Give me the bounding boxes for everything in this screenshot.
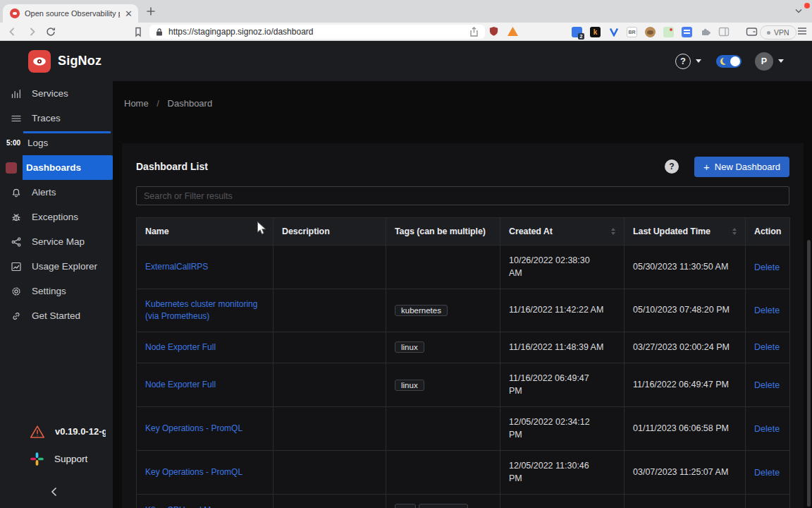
dashboard-name-link[interactable]: Key Operations - PromQL <box>145 423 242 433</box>
app-version: v0.19.0-12-ge <box>55 426 106 437</box>
action-cell: Delete <box>746 407 790 451</box>
browser-menu-icon[interactable] <box>797 27 807 35</box>
table-header-row: NameDescriptionTags (can be multiple)Cre… <box>137 218 790 246</box>
tags-cell: linux <box>386 363 500 407</box>
sidebar-item-services[interactable]: Services <box>0 81 113 106</box>
padlock-icon[interactable] <box>155 28 164 37</box>
delete-link[interactable]: Delete <box>754 262 780 272</box>
sidebar-collapse-button[interactable] <box>0 480 113 504</box>
support-row[interactable]: Support <box>0 445 113 473</box>
v-extension-icon[interactable] <box>608 26 620 38</box>
signoz-app: SigNoz ? P ServicesTraces5:00LogsDashboa… <box>0 41 812 508</box>
dashboard-list-card: Dashboard List ? + New Dashboard <box>122 143 804 508</box>
tags-cell: kubernetes <box>386 289 500 332</box>
tab-counter-extension-icon[interactable]: 2 <box>571 26 583 38</box>
help-menu-button[interactable]: ? <box>675 54 691 69</box>
green-extension-icon[interactable] <box>663 26 675 38</box>
shield-extension-icon[interactable] <box>488 25 499 37</box>
column-header[interactable]: Created At <box>500 218 625 246</box>
sidebar-item-alerts[interactable]: Alerts <box>0 180 113 205</box>
sidebar-item-get-started[interactable]: Get Started <box>0 303 113 328</box>
sidebar-item-service-map[interactable]: Service Map <box>0 229 113 254</box>
name-cell: K8s - CPU and Memory <box>137 495 273 508</box>
description-cell <box>273 407 386 451</box>
sidebar-item-dashboards[interactable]: Dashboards <box>23 155 113 180</box>
side-panel-icon[interactable] <box>718 26 730 38</box>
created-at-cell: 12/05/2022 02:34:12 PM <box>500 407 625 451</box>
dashboard-name-link[interactable]: Key Operations - PromQL <box>145 467 242 477</box>
created-at-cell: 10/26/2022 02:38:30 AM <box>500 246 625 289</box>
new-tab-button[interactable] <box>145 6 156 17</box>
sidebar-item-label: Traces <box>32 113 61 123</box>
tag-chip <box>395 504 416 508</box>
dashboard-name-link[interactable]: Node Exporter Full <box>145 342 216 352</box>
browser-tab[interactable]: Open source Observability plat ✕ <box>3 4 138 23</box>
sidebar-item-label: Service Map <box>32 236 85 247</box>
app-header: SigNoz ? P <box>0 41 812 81</box>
name-cell: Node Exporter Full <box>137 332 273 363</box>
address-bar[interactable]: https://stagingapp.signoz.io/dashboard <box>149 25 485 39</box>
dashboard-name-link[interactable]: K8s - CPU and Memory <box>145 505 235 508</box>
kagi-extension-icon[interactable]: k <box>589 26 601 38</box>
delete-link[interactable]: Delete <box>754 468 780 478</box>
dashboard-name-link[interactable]: Node Exporter Full <box>145 380 216 389</box>
description-cell <box>273 289 386 332</box>
page-scrollbar[interactable] <box>807 240 811 507</box>
created-at-cell <box>500 495 625 508</box>
sidebar-item-usage-explorer[interactable]: Usage Explorer <box>0 254 113 279</box>
signoz-logo-icon[interactable] <box>28 50 51 73</box>
sort-icon[interactable] <box>732 228 737 235</box>
dashboard-name-link[interactable]: Kubernetes cluster monitoring (via Prome… <box>145 299 257 321</box>
forward-button[interactable] <box>26 26 37 37</box>
action-cell: Delete <box>746 246 790 289</box>
delete-link[interactable]: Delete <box>754 342 780 352</box>
translate-extension-icon[interactable] <box>681 26 693 38</box>
sidebar-item-exceptions[interactable]: Exceptions <box>0 205 113 229</box>
dashboard-help-icon[interactable]: ? <box>665 159 679 174</box>
dark-mode-toggle[interactable] <box>716 55 742 68</box>
table-row: Key Operations - PromQL12/05/2022 02:34:… <box>137 407 790 451</box>
sidebar-item-traces[interactable]: Traces <box>0 106 113 131</box>
br-extension-icon[interactable]: BR <box>626 26 638 38</box>
monkey-extension-icon[interactable] <box>644 26 656 38</box>
table-row: Key Operations - PromQL12/05/2022 11:30:… <box>137 451 790 495</box>
delete-link[interactable]: Delete <box>754 424 780 434</box>
tab-search-chevron-icon[interactable] <box>795 8 802 13</box>
breadcrumb-home-link[interactable]: Home <box>124 98 149 109</box>
vpn-button[interactable]: VPN <box>760 25 796 40</box>
sidebar-item-settings[interactable]: Settings <box>0 279 113 303</box>
tab-close-icon[interactable]: ✕ <box>125 9 133 18</box>
graph-icon <box>11 236 23 248</box>
sidebar-item-label: Get Started <box>32 310 80 321</box>
delete-link[interactable]: Delete <box>754 380 780 390</box>
main-content: Home / Dashboard Dashboard List ? + New … <box>113 81 812 508</box>
breadcrumb-current: Dashboard <box>168 98 213 109</box>
sidebar-item-logs[interactable]: 5:00Logs <box>0 131 113 155</box>
tag-chip: kubernetes <box>395 305 448 316</box>
back-button[interactable] <box>7 26 18 37</box>
table-row: K8s - CPU and Memory <box>137 495 790 508</box>
new-dashboard-button[interactable]: + New Dashboard <box>694 157 789 177</box>
user-avatar[interactable]: P <box>755 52 773 71</box>
action-cell <box>746 495 790 508</box>
share-icon[interactable] <box>469 26 479 37</box>
brand-name: SigNoz <box>58 54 102 68</box>
version-row[interactable]: v0.19.0-12-ge <box>0 418 113 445</box>
name-cell: Kubernetes cluster monitoring (via Prome… <box>137 289 273 332</box>
reload-button[interactable] <box>45 26 56 37</box>
column-header: Description <box>273 218 386 246</box>
recording-stop-button[interactable] <box>6 162 17 174</box>
warning-triangle-extension-icon[interactable] <box>507 26 519 37</box>
wallet-icon[interactable] <box>746 26 758 38</box>
column-header[interactable]: Last Updated Time <box>625 218 746 246</box>
sort-icon[interactable] <box>611 228 615 235</box>
search-input[interactable] <box>136 186 789 205</box>
puzzle-extensions-icon[interactable] <box>699 26 711 38</box>
last-updated-cell <box>625 495 746 508</box>
bookmark-icon[interactable] <box>133 26 144 37</box>
delete-link[interactable]: Delete <box>754 306 780 315</box>
align-icon <box>11 113 23 124</box>
tag-chip: linux <box>395 341 424 353</box>
dashboard-name-link[interactable]: ExternalCallRPS <box>145 262 208 272</box>
tags-cell <box>386 246 500 289</box>
